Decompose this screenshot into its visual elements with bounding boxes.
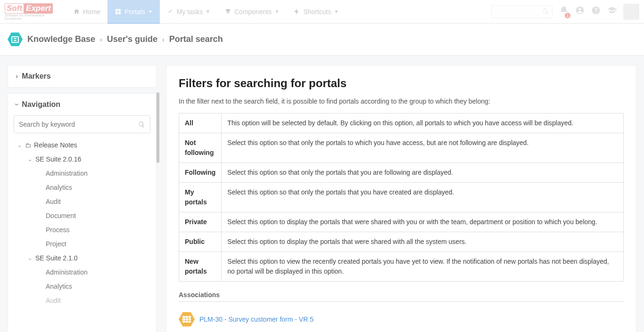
- keyword-search[interactable]: [14, 115, 150, 133]
- left-column: › Markers › Navigation ⌄ 🗀 Release Notes: [8, 65, 157, 332]
- chevron-down-icon: ›: [13, 103, 21, 105]
- nav-components[interactable]: Components ▼: [217, 0, 286, 24]
- tree-suite-2016[interactable]: ⌄ SE Suite 2.0.16: [14, 152, 150, 166]
- notification-badge: 1: [565, 13, 570, 18]
- notifications-button[interactable]: 1: [559, 6, 569, 17]
- tree-item[interactable]: Administration: [14, 265, 150, 279]
- tree-item[interactable]: Analytics: [14, 180, 150, 194]
- tree-suite-210[interactable]: ⌄ SE Suite 2.1.0: [14, 251, 150, 265]
- page-body: › Markers › Navigation ⌄ 🗀 Release Notes: [0, 56, 644, 332]
- tree-label: SE Suite 2.0.16: [35, 155, 81, 163]
- user-avatar[interactable]: [623, 4, 639, 20]
- filter-name: Not following: [179, 133, 222, 163]
- tree-label: Analytics: [46, 184, 72, 191]
- tree-label: Project: [46, 240, 66, 248]
- nav-shortcuts[interactable]: Shortcuts ▼: [286, 0, 346, 24]
- markers-toggle[interactable]: › Markers: [8, 65, 156, 87]
- chevron-down-icon: ⌄: [28, 156, 33, 162]
- navigation-title: Navigation: [22, 100, 60, 109]
- filter-name: All: [179, 113, 222, 133]
- nav-tree: ⌄ 🗀 Release Notes ⌄ SE Suite 2.0.16 Admi…: [14, 138, 150, 308]
- table-row: FollowingSelect this option so that only…: [179, 163, 624, 183]
- search-icon: [542, 8, 549, 15]
- page-title: Filters for searching for portals: [179, 77, 624, 90]
- bolt-icon: [293, 8, 300, 15]
- tree-label: Analytics: [46, 283, 72, 290]
- top-navbar: Soft Expert Software for Performance Exc…: [0, 0, 644, 24]
- nav-home-label: Home: [83, 8, 100, 16]
- question-circle-icon: [591, 6, 601, 15]
- education-button[interactable]: [607, 6, 617, 17]
- filter-desc: This option will be selected by default.…: [222, 113, 624, 133]
- association-item: PLM-30 - Survey customer form - VR 5: [179, 311, 624, 327]
- nav-shortcuts-label: Shortcuts: [303, 8, 331, 16]
- tree-item[interactable]: Document: [14, 209, 150, 223]
- filter-desc: Select this option so that only the port…: [222, 163, 624, 183]
- tree-release-notes[interactable]: ⌄ 🗀 Release Notes: [14, 138, 150, 152]
- keyword-input[interactable]: [19, 121, 138, 128]
- markers-title: Markers: [22, 72, 50, 81]
- intro-text: In the filter next to the search field, …: [179, 97, 624, 106]
- logo-tagline: Software for Performance Excellence: [5, 14, 61, 20]
- breadcrumb-kb[interactable]: Knowledge Base: [27, 34, 95, 44]
- trophy-icon: [224, 8, 231, 15]
- filter-name: Following: [179, 163, 222, 183]
- tree-item[interactable]: Audit: [14, 194, 150, 209]
- filter-name: Private: [179, 212, 222, 232]
- graduation-icon: [607, 6, 617, 15]
- table-row: PublicSelect this option to display the …: [179, 232, 624, 252]
- table-row: PrivateSelect this option to display the…: [179, 212, 624, 232]
- associations-heading: Associations: [179, 291, 624, 302]
- user-help-button[interactable]: [575, 6, 585, 17]
- chevron-right-icon: ›: [100, 36, 102, 43]
- caret-down-icon: ▼: [206, 9, 210, 14]
- filters-table: AllThis option will be selected by defau…: [179, 113, 624, 282]
- breadcrumb-portalsearch[interactable]: Portal search: [169, 34, 223, 44]
- caret-down-icon: ▼: [274, 9, 279, 14]
- table-row: Not followingSelect this option so that …: [179, 133, 624, 163]
- main-content: Filters for searching for portals In the…: [166, 65, 636, 332]
- tree-label: Release Notes: [34, 141, 77, 149]
- grid-icon: [115, 8, 122, 15]
- tree-label: Audit: [46, 297, 61, 304]
- tree-item[interactable]: Process: [14, 223, 150, 237]
- tree-label: Administration: [46, 268, 88, 276]
- breadcrumb-userguide[interactable]: User's guide: [107, 34, 157, 44]
- nav-portals[interactable]: Portals ▼: [107, 0, 159, 24]
- markers-panel: › Markers: [8, 65, 157, 88]
- tree-item[interactable]: Audit: [14, 293, 150, 308]
- chevron-down-icon: ⌄: [28, 255, 33, 261]
- check-icon: [167, 8, 174, 15]
- sidebar-scrollbar[interactable]: [157, 92, 159, 163]
- association-link[interactable]: PLM-30 - Survey customer form - VR 5: [199, 316, 314, 323]
- nav-portals-label: Portals: [124, 8, 145, 16]
- chevron-down-icon: ⌄: [17, 142, 22, 148]
- knowledge-base-icon: [8, 32, 23, 47]
- nav-home[interactable]: Home: [66, 0, 107, 24]
- filter-name: My portals: [179, 183, 222, 212]
- filter-desc: Select this option to display the portal…: [222, 212, 624, 232]
- global-search[interactable]: [491, 5, 553, 18]
- logo-expert: Expert: [24, 3, 53, 14]
- caret-down-icon: ▼: [148, 9, 153, 14]
- folder-icon: 🗀: [25, 142, 31, 149]
- help-button[interactable]: [591, 6, 601, 17]
- chevron-right-icon: ›: [162, 36, 165, 43]
- chevron-right-icon: ›: [16, 72, 18, 81]
- nav-components-label: Components: [234, 8, 272, 16]
- tree-label: Audit: [46, 198, 61, 205]
- nav-mytasks[interactable]: My tasks ▼: [160, 0, 217, 24]
- filter-name: New portals: [179, 252, 222, 282]
- tree-item[interactable]: Analytics: [14, 279, 150, 293]
- navigation-toggle[interactable]: › Navigation: [8, 94, 156, 115]
- tree-item[interactable]: Project: [14, 237, 150, 251]
- tree-item[interactable]: Administration: [14, 166, 150, 180]
- caret-down-icon: ▼: [334, 9, 339, 14]
- logo[interactable]: Soft Expert Software for Performance Exc…: [5, 3, 61, 20]
- tree-label: Administration: [46, 170, 88, 177]
- breadcrumb: Knowledge Base › User's guide › Portal s…: [0, 24, 644, 56]
- home-icon: [73, 8, 80, 15]
- nav-mytasks-label: My tasks: [177, 8, 203, 16]
- navigation-panel: › Navigation ⌄ 🗀 Release Notes ⌄ SE: [8, 93, 157, 332]
- form-icon: [179, 311, 195, 327]
